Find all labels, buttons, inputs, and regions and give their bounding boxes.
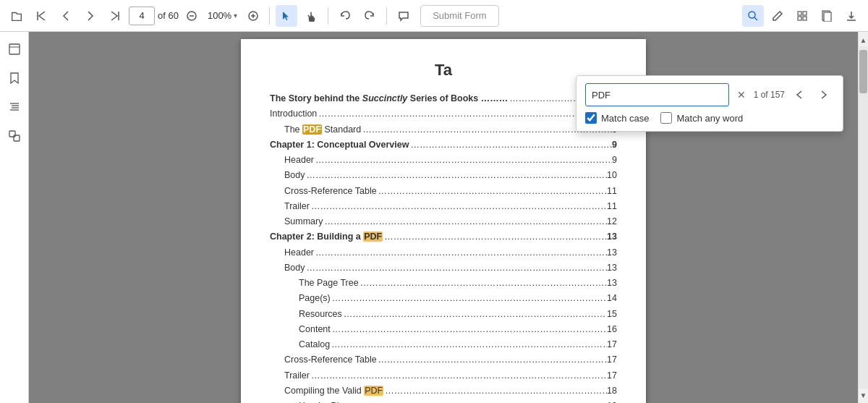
last-page-button[interactable] [104, 5, 126, 27]
svg-rect-14 [824, 12, 831, 22]
search-next-button[interactable] [814, 85, 834, 105]
match-case-label: Match case [601, 113, 649, 124]
toc-row: The Page Tree ……………………………………………………………………… [270, 276, 617, 291]
sidebar-item-bookmarks[interactable] [3, 67, 26, 90]
toc-row: Cross-Reference Table ………………………………………………… [270, 184, 617, 199]
svg-rect-22 [9, 131, 15, 137]
edit-button[interactable] [767, 5, 788, 27]
toc-row: Summary ……………………………………………………………………………………… [270, 214, 617, 229]
search-button[interactable] [742, 5, 764, 27]
pdf-highlight-secondary: PDF [363, 232, 383, 242]
svg-rect-11 [798, 17, 801, 20]
right-scrollbar: ▲ ▼ [858, 32, 868, 403]
separator-2 [328, 7, 328, 25]
toc-row: Cross-Reference Table ………………………………………………… [270, 352, 617, 368]
separator-1 [269, 7, 270, 25]
search-options: Match case Match any word [585, 112, 834, 124]
svg-rect-10 [803, 12, 807, 15]
toc-row: Catalog ……………………………………………………………………………………… [270, 337, 617, 352]
toc-row: The Story behind the Succinctly Series o… [270, 91, 617, 106]
zoom-out-button[interactable] [182, 6, 202, 26]
open-file-button[interactable] [6, 5, 27, 27]
undo-button[interactable] [334, 5, 356, 27]
toc-row: Chapter 2: Building a PDF ……………………………………… [270, 229, 617, 245]
page-total-label: of 60 [158, 10, 179, 21]
download-button[interactable] [841, 5, 862, 27]
search-row: ✕ 1 of 157 [585, 83, 834, 106]
page-navigation: of 60 [129, 7, 179, 25]
zoom-level-display[interactable]: 100% ▾ [205, 9, 240, 22]
match-any-word-checkbox[interactable] [660, 112, 672, 124]
zoom-in-button[interactable] [243, 6, 263, 26]
search-prev-button[interactable] [789, 85, 809, 105]
scroll-down-button[interactable]: ▼ [859, 389, 868, 402]
match-case-checkbox[interactable] [585, 112, 597, 124]
page-title: Ta [270, 61, 617, 80]
search-panel: ✕ 1 of 157 Match case Match any word [576, 75, 843, 132]
toc-row: Page(s) ……………………………………………………………………………………… [270, 291, 617, 306]
cursor-tool-button[interactable] [276, 5, 297, 27]
toolbar: of 60 100% ▾ Submit Form [0, 0, 868, 32]
svg-point-7 [749, 12, 755, 18]
extract-pages-button[interactable] [816, 5, 838, 27]
comment-button[interactable] [393, 5, 414, 27]
toc-row: The PDF Standard ……………………………………………………………… [270, 122, 617, 137]
grid-view-button[interactable] [791, 5, 813, 27]
toc-row: Header Binary ……………………………………………………………………… [270, 399, 617, 403]
toc-row: Resources ………………………………………………………………………………… [270, 307, 617, 322]
scroll-up-button[interactable]: ▲ [859, 33, 868, 46]
toc-row: Body ……………………………………………………………………………………………… [270, 168, 617, 183]
match-any-word-label: Match any word [676, 113, 743, 124]
match-any-word-option[interactable]: Match any word [660, 112, 743, 124]
toc-row: Content ……………………………………………………………………………………… [270, 322, 617, 337]
page-number-input[interactable] [129, 7, 155, 25]
first-page-button[interactable] [30, 5, 52, 27]
pdf-area: Ta The Story behind the Succinctly Serie… [29, 32, 858, 403]
toc-row: Chapter 1: Conceptual Overview ………………………… [270, 137, 617, 153]
toc-row: Introduction ………………………………………………………………………… [270, 106, 617, 122]
search-input[interactable] [585, 83, 729, 106]
pdf-highlight: PDF [302, 124, 322, 135]
match-case-option[interactable]: Match case [585, 112, 649, 124]
sidebar [0, 32, 29, 403]
redo-button[interactable] [359, 5, 380, 27]
scroll-thumb[interactable] [859, 50, 867, 93]
svg-line-8 [754, 17, 757, 20]
next-page-button[interactable] [80, 5, 101, 27]
italic-text: Succinctly [362, 93, 408, 103]
toc-row: Trailer ……………………………………………………………………………………… [270, 199, 617, 214]
sidebar-item-thumbnails[interactable] [3, 38, 26, 61]
toolbar-right [742, 5, 862, 27]
svg-rect-23 [14, 135, 20, 141]
sidebar-item-tags[interactable] [3, 124, 26, 148]
svg-rect-12 [803, 17, 807, 20]
svg-rect-9 [798, 12, 801, 15]
toc-row: Header ………………………………………………………………………………………… [270, 153, 617, 168]
separator-3 [386, 7, 387, 25]
scroll-track[interactable] [859, 46, 868, 389]
prev-page-button[interactable] [55, 5, 77, 27]
hand-tool-button[interactable] [300, 5, 322, 27]
toc-row: Compiling the Valid PDF …………………………………………… [270, 383, 617, 399]
search-result-count: 1 of 157 [754, 90, 785, 100]
zoom-dropdown-icon: ▾ [234, 12, 237, 20]
toc-row: Header ………………………………………………………………………………………… [270, 245, 617, 260]
toc-row: Trailer ……………………………………………………………………………………… [270, 368, 617, 383]
svg-rect-16 [9, 44, 20, 54]
submit-form-button[interactable]: Submit Form [420, 5, 498, 27]
sidebar-item-toc[interactable] [3, 96, 26, 119]
zoom-percentage: 100% [208, 10, 231, 21]
toc-row: Body ……………………………………………………………………………………………… [270, 260, 617, 276]
search-clear-button[interactable]: ✕ [733, 87, 749, 103]
main-area: Ta The Story behind the Succinctly Serie… [0, 32, 868, 403]
pdf-highlight-secondary: PDF [364, 386, 383, 396]
